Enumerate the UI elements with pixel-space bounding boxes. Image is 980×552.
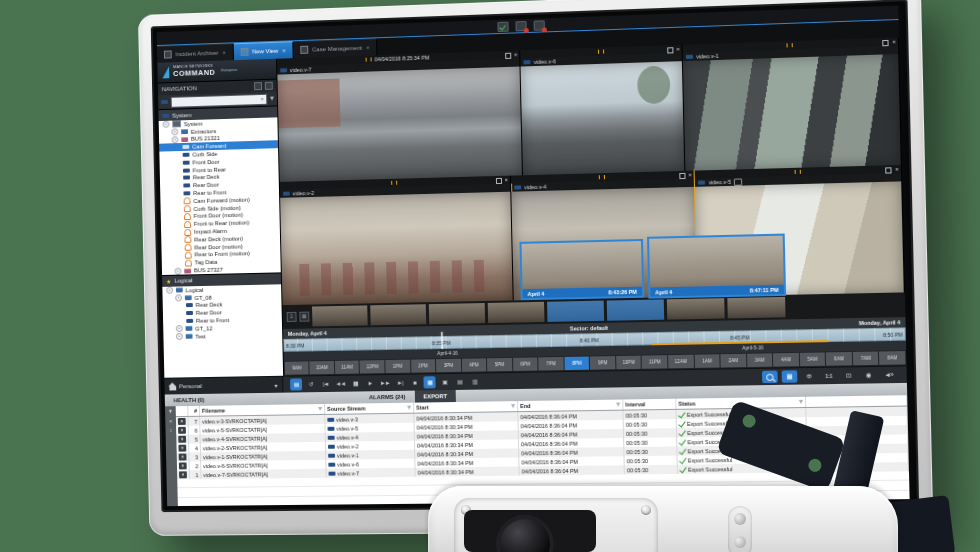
filter-icon[interactable] [616, 403, 620, 407]
rail-filter-icon[interactable]: ▼ [168, 409, 173, 415]
close-icon[interactable]: × [676, 47, 680, 52]
rail-sort-icon[interactable]: ↕ [169, 428, 172, 433]
collapse-icon[interactable] [265, 82, 273, 90]
remove-export-icon[interactable]: × [178, 445, 186, 452]
video-feed[interactable] [683, 54, 901, 171]
remove-export-icon[interactable]: × [179, 462, 187, 469]
expand-toggle-icon[interactable]: + [166, 287, 173, 294]
alarm-bell-icon[interactable] [534, 20, 545, 30]
col-end[interactable]: End [518, 399, 623, 411]
view-tool-button[interactable]: 1:1 [821, 370, 837, 383]
transport-button[interactable] [290, 378, 302, 390]
hour-button[interactable]: 5AM [800, 352, 826, 366]
user-add-icon[interactable] [516, 21, 527, 31]
hour-button[interactable]: 4PM [462, 358, 487, 371]
filter-icon[interactable] [318, 407, 322, 411]
hour-button[interactable]: 9AM [285, 361, 309, 374]
pause-icon[interactable] [598, 50, 604, 54]
expand-toggle-icon[interactable]: + [163, 121, 170, 128]
video-feed[interactable] [280, 192, 513, 305]
view-tool-button[interactable] [762, 371, 778, 384]
filter-icon[interactable] [270, 97, 274, 101]
hour-button[interactable]: 2AM [720, 354, 746, 368]
remove-export-icon[interactable]: × [179, 471, 187, 478]
tools-icon[interactable] [254, 82, 262, 90]
maximize-icon[interactable] [495, 177, 501, 183]
search-result-thumbnail[interactable]: April 48:43:26 PM [519, 239, 644, 300]
transport-button[interactable] [423, 376, 435, 388]
view-tool-button[interactable] [880, 369, 896, 382]
hour-button[interactable]: 7PM [538, 357, 563, 371]
personal-tree-selector[interactable]: Personal ▾ [164, 377, 283, 395]
hour-button[interactable]: 6AM [826, 352, 852, 366]
bottom-panel-tab[interactable]: HEALTH (0) [165, 394, 214, 407]
bottom-panel-tab[interactable]: EXPORT [414, 390, 456, 403]
expand-toggle-icon[interactable]: + [176, 325, 183, 332]
transport-button[interactable] [349, 377, 361, 389]
hour-button[interactable]: 11AM [335, 361, 360, 374]
transport-button[interactable] [305, 378, 317, 390]
tab-close-icon[interactable]: × [366, 45, 370, 51]
pause-icon[interactable] [787, 43, 793, 47]
video-pane-v6[interactable]: × video.v-6 [520, 45, 685, 175]
hour-button[interactable]: 10PM [616, 356, 641, 370]
filmstrip-thumbnail[interactable] [488, 302, 545, 323]
pause-icon[interactable] [794, 170, 800, 174]
hour-button[interactable]: 1PM [385, 360, 410, 373]
strip-grid-icon[interactable]: ▦ [299, 312, 309, 322]
pause-icon[interactable] [391, 181, 397, 185]
maximize-icon[interactable] [883, 39, 889, 45]
filmstrip-thumbnail[interactable] [312, 305, 368, 326]
expand-toggle-icon[interactable]: + [174, 267, 181, 274]
tab-close-icon[interactable]: × [222, 50, 226, 56]
tab-close-icon[interactable]: × [282, 47, 286, 53]
video-pane-v7[interactable]: 04/04/2016 8:25:34 PM × video.v-7 [277, 50, 523, 182]
filter-icon[interactable] [407, 406, 411, 410]
hour-button[interactable]: 10AM [310, 361, 334, 374]
col-num[interactable]: # [188, 406, 200, 416]
video-feed[interactable] [521, 61, 685, 175]
expand-toggle-icon[interactable]: + [172, 136, 179, 143]
expand-toggle-icon[interactable]: + [175, 294, 182, 301]
hour-button[interactable]: 8AM [879, 351, 905, 365]
hour-button[interactable]: 5PM [487, 358, 512, 371]
filter-icon[interactable] [799, 400, 803, 404]
transport-button[interactable] [364, 377, 376, 389]
video-pane-v2[interactable]: × video.v-2 [280, 176, 514, 306]
col-start[interactable]: Start [414, 401, 518, 413]
hour-button[interactable]: 8PM [564, 357, 589, 371]
hour-button[interactable]: 9PM [590, 356, 615, 370]
col-interval[interactable]: Interval [623, 399, 676, 410]
filmstrip-thumbnail[interactable] [370, 304, 426, 325]
rail-clear-icon[interactable]: × [169, 419, 172, 424]
col-filename[interactable]: Filename [200, 404, 325, 416]
hour-button[interactable]: 12AM [668, 355, 693, 369]
hour-button[interactable]: 7AM [853, 351, 879, 365]
transport-button[interactable] [409, 376, 421, 388]
strip-page-icon[interactable]: 1 [286, 312, 296, 322]
filter-icon[interactable] [511, 404, 515, 408]
remove-export-icon[interactable]: × [178, 427, 186, 434]
hour-button[interactable]: 11PM [642, 355, 667, 369]
filmstrip-thumbnail[interactable] [727, 297, 785, 319]
maximize-icon[interactable] [505, 52, 511, 58]
hour-button[interactable]: 12PM [360, 360, 385, 373]
camera-filter-icon[interactable] [161, 100, 168, 104]
filmstrip-thumbnail[interactable] [667, 298, 725, 319]
search-result-thumbnail[interactable]: April 48:47:11 PM [647, 234, 786, 299]
close-icon[interactable]: × [892, 40, 896, 45]
transport-button[interactable] [320, 378, 332, 390]
transport-button[interactable] [468, 375, 480, 387]
maximize-icon[interactable] [667, 47, 673, 53]
workspace-tab[interactable]: New View × [234, 41, 294, 60]
transport-button[interactable] [438, 376, 450, 388]
pause-icon[interactable] [366, 57, 372, 61]
video-feed[interactable] [277, 67, 522, 182]
transport-button[interactable] [334, 378, 346, 390]
expand-toggle-icon[interactable]: + [171, 129, 178, 136]
hour-button[interactable]: 2PM [411, 359, 436, 372]
transport-button[interactable] [394, 377, 406, 389]
hour-button[interactable]: 6PM [513, 357, 538, 371]
hour-button[interactable]: 4AM [773, 353, 799, 367]
layout-status-icon[interactable] [498, 22, 509, 32]
